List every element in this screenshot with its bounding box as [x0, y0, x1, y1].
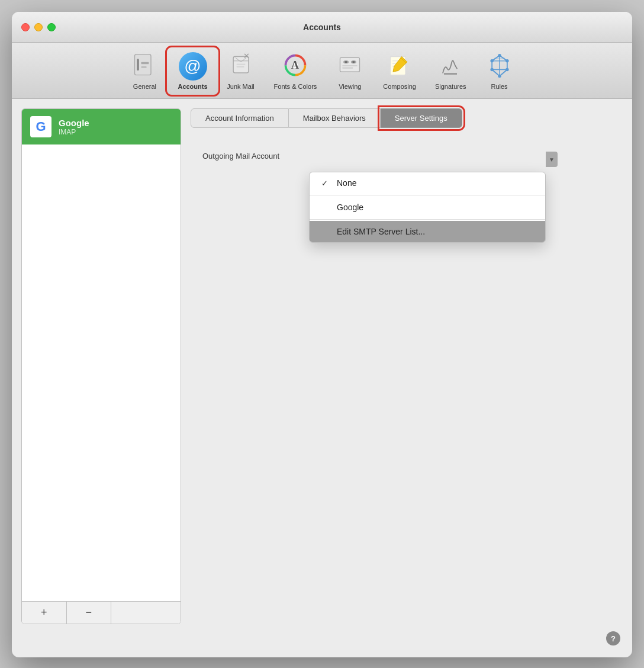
svg-point-25	[505, 59, 509, 63]
svg-rect-17	[342, 65, 358, 66]
account-type: IMAP	[59, 128, 89, 136]
rules-label: Rules	[491, 83, 507, 90]
fontscolors-icon: A	[281, 52, 310, 81]
dropdown-none-label: None	[337, 178, 356, 188]
tab-bar: Account Information Mailbox Behaviors Se…	[191, 108, 623, 128]
accounts-icon: @	[179, 52, 207, 81]
help-button[interactable]: ?	[606, 631, 620, 645]
tab-server-settings[interactable]: Server Settings	[381, 108, 462, 128]
viewing-icon	[336, 52, 364, 81]
main-panel: Account Information Mailbox Behaviors Se…	[191, 108, 623, 624]
sidebar-spacer	[111, 602, 181, 624]
window-title: Accounts	[303, 23, 341, 32]
outgoing-label: Outgoing Mail Account	[202, 152, 321, 160]
close-button[interactable]	[21, 23, 30, 31]
accounts-sidebar: G Google IMAP + −	[21, 108, 181, 624]
bottom-bar: ?	[12, 634, 632, 657]
tab-account-information[interactable]: Account Information	[191, 108, 289, 128]
minimize-button[interactable]	[34, 23, 43, 31]
dropdown-divider	[310, 195, 545, 195]
dropdown-item-none[interactable]: ✓ None	[310, 172, 545, 194]
toolbar: General @ Accounts ✕ Junk Mail	[12, 43, 632, 99]
dropdown-google-label: Google	[337, 203, 363, 212]
svg-rect-1	[137, 59, 140, 70]
dropdown-item-edit-smtp[interactable]: Edit SMTP Server List...	[310, 221, 545, 242]
svg-text:✕: ✕	[243, 53, 249, 60]
junkmail-label: Junk Mail	[227, 83, 254, 90]
svg-point-14	[345, 61, 348, 63]
remove-account-button[interactable]: −	[67, 602, 112, 624]
add-account-button[interactable]: +	[22, 602, 67, 624]
composing-label: Composing	[383, 83, 416, 90]
svg-point-27	[498, 75, 501, 78]
svg-text:A: A	[291, 59, 300, 71]
toolbar-item-accounts[interactable]: @ Accounts	[168, 49, 217, 94]
account-name: Google	[59, 118, 89, 128]
sidebar-controls: + −	[22, 601, 181, 624]
rules-icon	[485, 52, 514, 81]
toolbar-item-general[interactable]: General	[121, 49, 168, 94]
svg-point-16	[352, 61, 355, 63]
toolbar-item-signatures[interactable]: Signatures	[426, 49, 476, 94]
signatures-label: Signatures	[435, 83, 466, 90]
google-logo: G	[30, 116, 51, 137]
maximize-button[interactable]	[47, 23, 56, 31]
viewing-label: Viewing	[339, 83, 361, 90]
svg-point-29	[490, 59, 494, 63]
account-info: Google IMAP	[59, 118, 89, 136]
accounts-label: Accounts	[178, 83, 207, 90]
content-area: G Google IMAP + −	[12, 99, 632, 634]
svg-point-24	[498, 54, 501, 57]
toolbar-item-rules[interactable]: Rules	[476, 49, 523, 94]
traffic-lights	[21, 23, 56, 31]
tab-mailbox-behaviors[interactable]: Mailbox Behaviors	[289, 108, 381, 128]
sidebar-empty-space	[22, 144, 181, 559]
svg-point-28	[490, 68, 494, 72]
svg-rect-12	[340, 57, 360, 72]
svg-rect-18	[342, 68, 353, 69]
toolbar-item-viewing[interactable]: Viewing	[326, 49, 373, 94]
check-icon: ✓	[321, 179, 331, 188]
outgoing-account-dropdown[interactable]: ✓ None Google	[309, 172, 546, 243]
mail-preferences-window: Accounts General @ Accounts	[12, 12, 632, 657]
outgoing-mail-row: Outgoing Mail Account ✓ None	[202, 146, 611, 166]
svg-rect-2	[141, 62, 149, 65]
dropdown-editsmtp-label: Edit SMTP Server List...	[337, 227, 425, 236]
dropdown-divider-2	[310, 219, 545, 220]
toolbar-item-junkmail[interactable]: ✕ Junk Mail	[217, 49, 265, 94]
google-account-item[interactable]: G Google IMAP	[22, 109, 181, 144]
dropdown-arrow-icon: ▼	[549, 156, 555, 163]
toolbar-item-composing[interactable]: Composing	[373, 49, 426, 94]
svg-point-26	[505, 68, 509, 72]
composing-icon	[385, 52, 414, 81]
title-bar: Accounts	[12, 12, 632, 43]
general-label: General	[133, 83, 156, 90]
fontscolors-label: Fonts & Colors	[274, 83, 317, 90]
toolbar-item-fontscolors[interactable]: A Fonts & Colors	[265, 49, 327, 94]
dropdown-item-google[interactable]: Google	[310, 197, 545, 218]
dropdown-handle[interactable]: ▼	[546, 152, 558, 167]
general-icon	[130, 52, 159, 81]
svg-rect-3	[141, 66, 147, 68]
junkmail-icon: ✕	[227, 52, 255, 81]
signatures-icon	[436, 52, 465, 81]
settings-content: Outgoing Mail Account ✓ None	[191, 140, 623, 172]
account-list: G Google IMAP	[22, 109, 181, 601]
